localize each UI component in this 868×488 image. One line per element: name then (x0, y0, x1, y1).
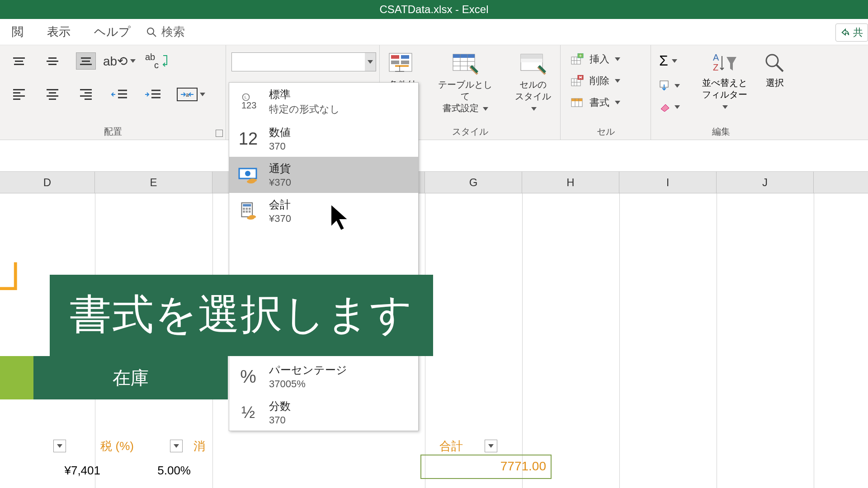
svg-rect-27 (521, 54, 542, 59)
tab-help[interactable]: ヘルプ (82, 24, 142, 40)
number-format-dropdown: L123 標準特定の形式なし 12 数値370 通貨¥370 会計 ¥370 L… (229, 82, 419, 431)
cell-styles-button[interactable]: セルの スタイル (511, 52, 555, 114)
green-accent-bar (0, 356, 33, 399)
format-currency-item[interactable]: 通貨¥370 (229, 157, 418, 193)
align-left-button[interactable] (9, 86, 29, 103)
col-header-j[interactable]: J (717, 172, 814, 193)
mouse-cursor (329, 202, 355, 234)
svg-rect-60 (243, 208, 245, 210)
decrease-indent-button[interactable] (109, 86, 129, 103)
merge-center-button[interactable]: a (176, 86, 205, 103)
merge-icon: a (176, 87, 198, 102)
insert-cells-button[interactable]: + 挿入 (571, 52, 645, 66)
svg-text:a: a (186, 92, 189, 98)
tell-me-search[interactable]: 検索 (142, 24, 185, 40)
stock-button[interactable]: 在庫 (33, 356, 228, 399)
eraser-icon (659, 103, 671, 112)
col-header-h[interactable]: H (522, 172, 619, 193)
delete-cells-button[interactable]: 削除 (571, 74, 645, 88)
align-center-button[interactable] (42, 86, 62, 103)
align-middle-button[interactable] (42, 52, 62, 70)
tab-view[interactable]: 表示 (35, 24, 82, 40)
share-button[interactable]: 共 (835, 23, 868, 42)
svg-rect-14 (401, 55, 409, 59)
svg-line-50 (776, 65, 783, 71)
format-percentage-item[interactable]: % パーセンテージ37005% (229, 358, 418, 394)
filter-button-3[interactable] (485, 440, 497, 452)
window-title: CSATData.xlsx - Excel (380, 3, 489, 16)
wrap-text-button[interactable]: ab c (143, 52, 172, 70)
find-select-button[interactable]: 選択 (764, 52, 786, 89)
share-icon (840, 28, 850, 38)
amount-cell[interactable]: ¥7,401 (0, 464, 108, 478)
filter-button-1[interactable] (53, 440, 66, 452)
sort-filter-button[interactable]: AZ 並べ替えと フィルター (698, 52, 751, 112)
find-icon (764, 52, 786, 74)
insert-icon: + (571, 53, 584, 65)
svg-point-0 (147, 28, 154, 34)
svg-rect-17 (395, 65, 409, 67)
col-header-e[interactable]: E (95, 172, 212, 193)
increase-indent-button[interactable] (143, 86, 163, 103)
orientation-button[interactable]: ab⟲ (109, 52, 129, 70)
instruction-overlay: 書式を選択します (50, 275, 433, 356)
format-fraction-item[interactable]: ½ 分数370 (229, 394, 418, 431)
alignment-group-label: 配置 (5, 123, 220, 138)
svg-rect-21 (453, 54, 475, 58)
svg-point-67 (247, 216, 254, 220)
general-icon: L123 (236, 90, 261, 113)
search-icon (146, 27, 157, 38)
align-right-button[interactable] (76, 86, 96, 103)
svg-rect-65 (249, 211, 251, 213)
format-icon (571, 97, 584, 108)
increase-indent-icon (144, 88, 161, 101)
editing-group-label: 編集 (656, 123, 786, 138)
accounting-icon (236, 200, 261, 222)
table-format-icon (451, 52, 479, 76)
svg-rect-15 (391, 61, 399, 64)
align-top-button[interactable] (9, 52, 29, 70)
number-format-caret[interactable] (365, 53, 376, 71)
format-cells-button[interactable]: 書式 (571, 96, 645, 109)
wrap-text-icon: ab c (145, 52, 170, 70)
col-header-d[interactable]: D (0, 172, 95, 193)
fraction-icon: ½ (236, 401, 261, 424)
svg-rect-61 (246, 208, 248, 210)
partial-graphic: ┘ (0, 262, 20, 312)
svg-text:L: L (245, 95, 247, 99)
title-bar: CSATData.xlsx - Excel (0, 0, 868, 19)
svg-rect-13 (391, 55, 399, 59)
tab-review[interactable]: 閲 (0, 24, 35, 40)
consume-header: 消 (186, 438, 209, 454)
filter-button-2[interactable] (170, 440, 183, 452)
sum-cell[interactable]: 7771.00 (469, 459, 546, 474)
fill-icon (659, 80, 671, 92)
col-header-g[interactable]: G (425, 172, 522, 193)
format-accounting-item[interactable]: 会計 ¥370 (229, 193, 418, 229)
delete-icon (571, 75, 584, 87)
number-format-combo[interactable] (231, 52, 376, 71)
format-number-item[interactable]: 12 数値370 (229, 121, 418, 157)
format-as-table-button[interactable]: テーブルとして 書式設定 (435, 52, 495, 114)
col-header-i[interactable]: I (619, 172, 717, 193)
align-bottom-button[interactable] (76, 52, 96, 70)
svg-rect-59 (243, 204, 251, 206)
svg-rect-28 (521, 59, 542, 62)
svg-rect-63 (243, 211, 245, 213)
cell-styles-label: セルの スタイル (511, 79, 555, 114)
fill-button[interactable] (659, 80, 680, 92)
svg-point-57 (247, 180, 255, 183)
svg-text:c: c (154, 60, 159, 70)
svg-text:123: 123 (241, 100, 256, 110)
tax-cell[interactable]: 5.00% (108, 464, 199, 478)
alignment-dialog-launcher[interactable] (216, 130, 223, 137)
conditional-format-icon (388, 52, 416, 76)
clear-button[interactable] (659, 103, 680, 112)
autosum-button[interactable]: Σ (659, 52, 680, 69)
percent-icon: % (236, 365, 261, 388)
ribbon: ab⟲ ab c (0, 45, 868, 140)
column-headers: D E G H I J (0, 172, 868, 193)
format-general-item[interactable]: L123 標準特定の形式なし (229, 83, 418, 121)
svg-rect-16 (401, 61, 409, 64)
tax-header: 税 (%) (70, 438, 137, 454)
